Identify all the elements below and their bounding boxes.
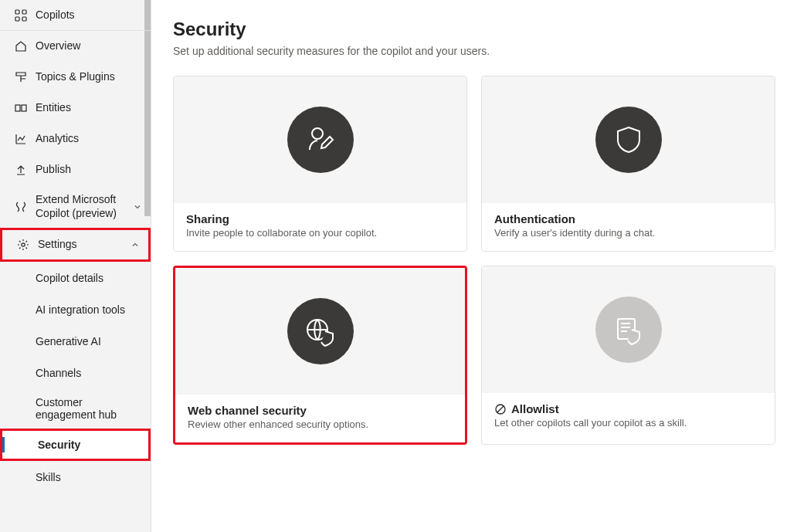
card-body: Web channel security Review other enhanc… <box>175 395 465 442</box>
card-title: Web channel security <box>188 404 453 417</box>
sidebar-item-overview[interactable]: Overview <box>0 31 151 62</box>
card-description: Review other enhanced security options. <box>188 418 453 430</box>
sidebar-item-copilots[interactable]: Copilots <box>0 0 151 31</box>
sidebar-label: Channels <box>36 367 81 379</box>
card-body: Sharing Invite people to collaborate on … <box>174 203 466 251</box>
card-header <box>175 268 465 395</box>
sidebar-label: Publish <box>36 163 143 177</box>
sidebar: ▲ Copilots Overview Topics & Plugins <box>0 0 151 532</box>
page-title: Security <box>173 19 775 40</box>
card-title: Sharing <box>186 212 454 225</box>
sidebar-subitem-copilot-details[interactable]: Copilot details <box>0 262 151 293</box>
sidebar-item-publish[interactable]: Publish <box>0 154 151 185</box>
shield-icon <box>595 107 662 173</box>
card-title: Allowlist <box>494 402 762 415</box>
security-cards-grid: Sharing Invite people to collaborate on … <box>173 76 775 445</box>
prohibit-icon <box>494 403 507 415</box>
card-description: Let other copilots call your copilot as … <box>494 417 762 429</box>
sidebar-label: Overview <box>36 39 143 53</box>
sidebar-label: Topics & Plugins <box>36 70 143 84</box>
analytics-icon <box>14 132 28 146</box>
sidebar-label: Entities <box>36 101 143 115</box>
sidebar-label: Copilots <box>36 8 143 22</box>
sidebar-label: Skills <box>36 471 61 483</box>
sidebar-label: Security <box>38 439 80 451</box>
svg-rect-5 <box>22 105 26 111</box>
sidebar-label: AI integration tools <box>36 303 125 316</box>
entities-icon <box>14 101 28 115</box>
publish-icon <box>14 163 28 177</box>
sidebar-label: Copilot details <box>36 272 103 284</box>
card-header <box>174 76 466 203</box>
card-header <box>482 76 775 203</box>
gear-icon <box>16 238 30 252</box>
card-web-channel-security[interactable]: Web channel security Review other enhanc… <box>173 266 467 445</box>
sidebar-subitem-ai-integration[interactable]: AI integration tools <box>0 293 151 325</box>
topics-icon <box>14 70 28 84</box>
extend-icon <box>14 200 28 214</box>
card-title: Authentication <box>494 212 762 225</box>
card-authentication[interactable]: Authentication Verify a user's identity … <box>481 76 775 252</box>
sidebar-item-extend-copilot[interactable]: Extend Microsoft Copilot (preview) <box>0 185 151 228</box>
globe-shield-icon <box>287 298 354 364</box>
sidebar-label: Settings <box>38 238 130 252</box>
sidebar-item-settings[interactable]: Settings <box>0 228 151 262</box>
sidebar-label: Analytics <box>36 132 143 146</box>
sidebar-subitem-customer-hub[interactable]: Customer engagement hub <box>0 388 151 429</box>
list-shield-icon <box>595 296 662 363</box>
sidebar-subitem-channels[interactable]: Channels <box>0 357 151 388</box>
svg-rect-1 <box>22 10 26 14</box>
card-sharing[interactable]: Sharing Invite people to collaborate on … <box>173 76 467 252</box>
sidebar-subitem-generative-ai[interactable]: Generative AI <box>0 325 151 357</box>
main-content: Security Set up additional security meas… <box>151 0 797 532</box>
sidebar-subitem-security[interactable]: Security <box>0 429 151 461</box>
sidebar-label: Generative AI <box>36 335 101 347</box>
card-description: Verify a user's identity during a chat. <box>494 227 762 239</box>
svg-point-6 <box>22 243 25 246</box>
copilots-icon <box>14 8 28 22</box>
card-body: Allowlist Let other copilots call your c… <box>482 393 775 441</box>
sidebar-subitem-skills[interactable]: Skills <box>0 461 151 493</box>
card-body: Authentication Verify a user's identity … <box>482 203 775 251</box>
sidebar-item-entities[interactable]: Entities <box>0 93 151 124</box>
card-allowlist[interactable]: Allowlist Let other copilots call your c… <box>481 266 775 445</box>
sidebar-item-analytics[interactable]: Analytics <box>0 124 151 154</box>
sidebar-label: Customer engagement hub <box>36 396 140 421</box>
card-description: Invite people to collaborate on your cop… <box>186 227 454 239</box>
svg-point-7 <box>312 128 323 139</box>
sharing-icon <box>287 107 354 173</box>
svg-rect-2 <box>15 17 19 21</box>
chevron-up-icon <box>130 239 141 250</box>
sidebar-label: Extend Microsoft Copilot (preview) <box>36 193 132 220</box>
card-title-text: Allowlist <box>511 402 559 415</box>
chevron-down-icon <box>132 202 143 212</box>
page-subtitle: Set up additional security measures for … <box>173 45 775 57</box>
svg-rect-4 <box>15 105 20 111</box>
svg-rect-3 <box>22 17 26 21</box>
home-icon <box>14 39 28 53</box>
card-header <box>482 266 775 393</box>
svg-rect-0 <box>15 10 19 14</box>
sidebar-item-topics-plugins[interactable]: Topics & Plugins <box>0 62 151 93</box>
